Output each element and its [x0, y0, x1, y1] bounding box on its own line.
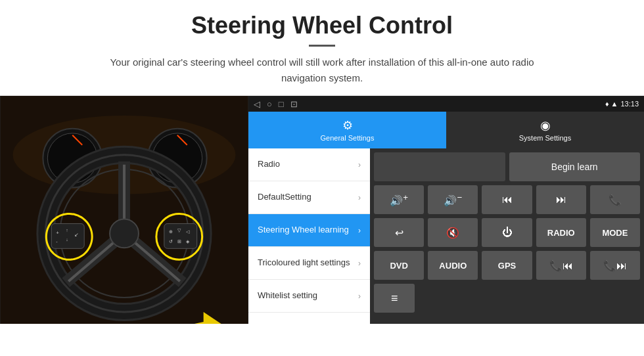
menu-item-radio[interactable]: Radio › [248, 148, 370, 181]
radio-label: RADIO [547, 228, 575, 238]
phone-prev-icon: 📞⏮ [549, 259, 573, 272]
svg-text:+: + [56, 230, 59, 236]
phone-icon: 📞 [609, 194, 622, 206]
power-button[interactable]: ⏻ [482, 218, 532, 247]
chevron-right-icon: › [358, 193, 361, 202]
audio-button[interactable]: AUDIO [428, 251, 478, 280]
empty-display-cell [374, 152, 505, 181]
prev-track-button[interactable]: ⏮ [482, 185, 532, 214]
menu-item-steering-label: Steering Wheel learning [258, 225, 349, 236]
svg-point-18 [110, 219, 139, 248]
menu-item-default-label: DefaultSetting [258, 192, 311, 203]
next-track-button[interactable]: ⏭ [536, 185, 586, 214]
menu-item-tricoloured-label: Tricoloured light settings [258, 257, 350, 269]
menu-item-tricoloured[interactable]: Tricoloured light settings › [248, 247, 370, 280]
menu-nav-icon[interactable]: ⊡ [290, 99, 298, 109]
svg-text:⊞: ⊞ [177, 239, 181, 244]
tab-general-settings[interactable]: ⚙ General Settings [248, 112, 446, 148]
last-row: ≡ [374, 284, 640, 313]
hamburger-icon: ≡ [391, 292, 398, 305]
android-ui: ◁ ○ □ ⊡ ♦ ▲ 13:13 ⚙ General Settings ◉ S… [248, 96, 644, 324]
status-bar-left: ◁ ○ □ ⊡ [254, 99, 298, 109]
left-menu: Radio › DefaultSetting › Steering Wheel … [248, 148, 370, 324]
menu-item-steering-wheel[interactable]: Steering Wheel learning › [248, 214, 370, 247]
car-image-area: + - ↑ ↓ ↙ ⊕ ▽ ◁ ↺ ⊞ ◈ [0, 96, 248, 324]
signal-icon: ♦ ▲ [605, 100, 618, 108]
chevron-right-icon: › [358, 160, 361, 169]
volume-up-icon: 🔊+ [390, 192, 408, 207]
header-divider [309, 45, 335, 47]
recent-nav-icon[interactable]: □ [279, 99, 284, 109]
begin-learn-row: Begin learn [374, 152, 640, 181]
status-bar: ◁ ○ □ ⊡ ♦ ▲ 13:13 [248, 96, 644, 112]
back-button[interactable]: ↩ [374, 218, 424, 247]
back-icon: ↩ [395, 227, 403, 239]
mute-button[interactable]: 🔇 [428, 218, 478, 247]
volume-up-button[interactable]: 🔊+ [374, 185, 424, 214]
mode-button[interactable]: MODE [590, 218, 640, 247]
mute-icon: 🔇 [446, 227, 459, 239]
svg-text:↑: ↑ [66, 228, 68, 233]
begin-learn-button[interactable]: Begin learn [509, 152, 641, 181]
gps-label: GPS [498, 261, 516, 271]
header-section: Steering Wheel Control Your original car… [0, 0, 644, 95]
phone-prev-button[interactable]: 📞⏮ [536, 251, 586, 280]
system-settings-label: System Settings [519, 134, 571, 142]
audio-label: AUDIO [439, 261, 467, 271]
right-controls: Begin learn 🔊+ 🔊− ⏮ ⏭ [370, 148, 644, 324]
mode-label: MODE [602, 228, 628, 238]
phone-next-icon: 📞⏭ [603, 259, 627, 272]
svg-text:↙: ↙ [74, 232, 79, 238]
volume-down-icon: 🔊− [444, 192, 462, 207]
menu-item-whitelist-label: Whitelist setting [258, 290, 317, 301]
gps-button[interactable]: GPS [482, 251, 532, 280]
tab-bar: ⚙ General Settings ◉ System Settings [248, 112, 644, 148]
next-track-icon: ⏭ [556, 194, 566, 206]
page-title: Steering Wheel Control [26, 12, 618, 39]
power-icon: ⏻ [502, 227, 513, 238]
general-settings-label: General Settings [321, 134, 375, 142]
phone-button[interactable]: 📞 [590, 185, 640, 214]
control-row-1: 🔊+ 🔊− ⏮ ⏭ 📞 [374, 185, 640, 214]
chevron-right-icon: › [358, 226, 361, 235]
svg-text:⊕: ⊕ [169, 229, 173, 234]
control-row-3: DVD AUDIO GPS 📞⏮ 📞⏭ [374, 251, 640, 280]
svg-rect-27 [164, 223, 197, 248]
svg-text:↺: ↺ [169, 239, 173, 244]
chevron-right-icon: › [358, 292, 361, 301]
menu-item-default-setting[interactable]: DefaultSetting › [248, 181, 370, 214]
dvd-label: DVD [390, 261, 407, 271]
chevron-right-icon: › [358, 259, 361, 268]
clock: 13:13 [620, 100, 639, 108]
svg-text:↓: ↓ [66, 237, 68, 242]
home-nav-icon[interactable]: ○ [267, 99, 272, 109]
menu-icon-cell[interactable]: ≡ [374, 284, 415, 313]
dvd-button[interactable]: DVD [374, 251, 424, 280]
control-row-2: ↩ 🔇 ⏻ RADIO MODE [374, 218, 640, 247]
menu-item-whitelist[interactable]: Whitelist setting › [248, 280, 370, 313]
back-nav-icon[interactable]: ◁ [254, 99, 260, 109]
prev-track-icon: ⏮ [502, 194, 513, 206]
main-content: + - ↑ ↓ ↙ ⊕ ▽ ◁ ↺ ⊞ ◈ ◁ ○ □ ⊡ [0, 95, 644, 324]
tab-system-settings[interactable]: ◉ System Settings [446, 112, 644, 148]
status-bar-right: ♦ ▲ 13:13 [605, 100, 639, 108]
menu-item-radio-label: Radio [258, 159, 280, 170]
general-settings-icon: ⚙ [342, 118, 353, 133]
header-subtitle: Your original car's steering wheel contr… [99, 55, 545, 86]
volume-down-button[interactable]: 🔊− [428, 185, 478, 214]
system-settings-icon: ◉ [540, 118, 551, 133]
radio-button[interactable]: RADIO [536, 218, 586, 247]
menu-controls-area: Radio › DefaultSetting › Steering Wheel … [248, 148, 644, 324]
phone-next-button[interactable]: 📞⏭ [590, 251, 640, 280]
